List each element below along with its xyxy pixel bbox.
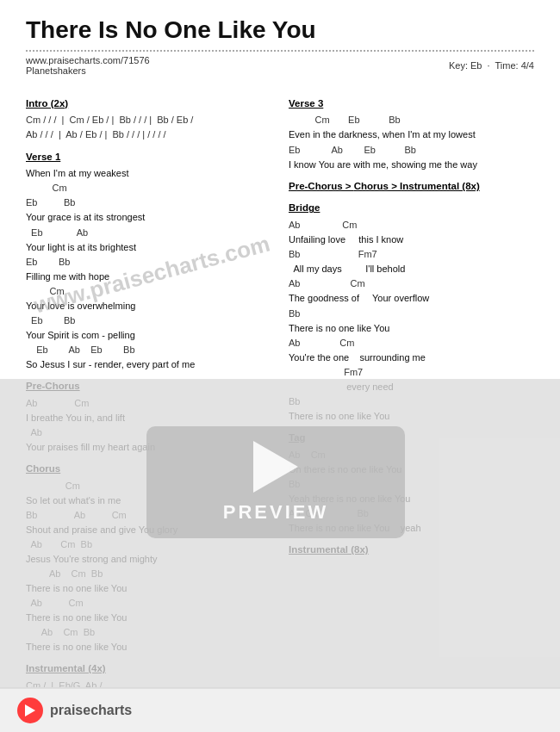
v1-l2: Your grace is at its strongest [26, 210, 271, 225]
meta-right: Key: Eb · Time: 4/4 [449, 60, 534, 71]
v1-l3: Your light is at its brightest [26, 240, 271, 255]
v1-l6: Your Spirit is com - pelling [26, 328, 271, 343]
v1-l1: When I'm at my weakest [26, 166, 271, 181]
meta-left: www.praisecharts.com/71576 Planetshakers [26, 55, 150, 76]
v3-c2: Eb Ab Eb Bb [289, 143, 534, 158]
v3-c1: Cm Eb Bb [289, 113, 534, 127]
footer-brand: praisecharts [50, 703, 132, 718]
br-l3: The goodness of Your overflow [289, 291, 534, 306]
intro-line1: Cm / / / | Cm / Eb / | Bb / / / | Bb / E… [26, 113, 271, 127]
section-verse1: Verse 1 When I'm at my weakest Cm Eb Bb … [26, 150, 271, 372]
br-l1: Unfailing love this I know [289, 233, 534, 247]
v1-c6: Eb Bb [26, 313, 271, 328]
key: Key: Eb [449, 60, 482, 71]
br-c2: Bb Fm7 [289, 247, 534, 262]
br-c6: Fm7 [289, 365, 534, 380]
meta-row: www.praisecharts.com/71576 Planetshakers… [26, 55, 534, 76]
page-title: There Is No One Like You [26, 16, 534, 45]
v1-c7: Eb Ab Eb Bb [26, 343, 271, 357]
footer-play-icon [25, 704, 35, 716]
time: Time: 4/4 [495, 60, 534, 71]
header: There Is No One Like You www.praisechart… [0, 0, 560, 83]
footer: praisecharts [0, 687, 560, 732]
v1-c2: Eb Bb [26, 195, 271, 210]
v3-l2: I know You are with me, showing me the w… [289, 158, 534, 172]
url: www.praisecharts.com/71576 [26, 55, 150, 65]
br-c3: Ab Cm [289, 276, 534, 291]
bridge-title: Bridge [289, 201, 534, 216]
br-l5: You're the one surrounding me [289, 350, 534, 365]
br-c5: Ab Cm [289, 336, 534, 350]
section-prechorus2: Pre-Chorus > Chorus > Instrumental (8x) [289, 179, 534, 195]
br-c4: Bb [289, 307, 534, 321]
prechorus2-title: Pre-Chorus > Chorus > Instrumental (8x) [289, 179, 534, 195]
br-c1: Ab Cm [289, 218, 534, 233]
v1-l5: Your love is overwhelming [26, 299, 271, 313]
v1-l4: Filling me with hope [26, 270, 271, 284]
v1-c5: Cm [26, 284, 271, 299]
intro-line2: Ab / / / | Ab / Eb / | Bb / / / | / / / … [26, 127, 271, 142]
divider [26, 50, 534, 52]
v1-c1: Cm [26, 181, 271, 195]
section-intro: Intro (2x) Cm / / / | Cm / Eb / | Bb / /… [26, 96, 271, 143]
footer-logo[interactable] [17, 698, 43, 723]
verse3-title: Verse 3 [289, 96, 534, 112]
gray-cover [0, 379, 560, 689]
v1-c4: Eb Bb [26, 255, 271, 270]
section-verse3: Verse 3 Cm Eb Bb Even in the darkness, w… [289, 96, 534, 172]
v1-l7: So Jesus I sur - render, every part of m… [26, 357, 271, 372]
v1-c3: Eb Ab [26, 226, 271, 240]
verse1-title: Verse 1 [26, 150, 271, 165]
intro-title: Intro (2x) [26, 96, 271, 112]
page: There Is No One Like You www.praisechart… [0, 0, 560, 732]
v3-l1: Even in the darkness, when I'm at my low… [289, 127, 534, 142]
br-l2: All my days I'll behold [289, 262, 534, 276]
br-l4: There is no one like You [289, 321, 534, 336]
artist: Planetshakers [26, 65, 86, 76]
